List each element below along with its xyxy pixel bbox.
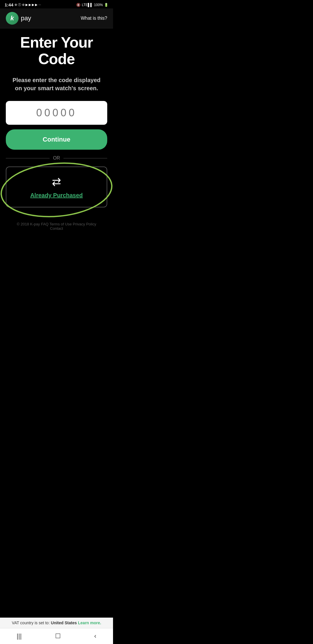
status-bar: 1:44 ⊕ ⓕ ⊛ ▶ ▶ ▶ ▶ ··· 🔇 LTE▌▌ 100% 🔋	[0, 0, 113, 8]
subtitle-text: Please enter the code displayed on your …	[6, 76, 107, 92]
divider-left	[6, 158, 50, 158]
continue-button[interactable]: Continue	[6, 129, 107, 150]
signal-icon: LTE▌▌	[82, 3, 93, 7]
status-left: 1:44 ⊕ ⓕ ⊛ ▶ ▶ ▶ ▶ ···	[5, 2, 41, 7]
logo-area: k pay	[6, 12, 31, 25]
main-content: Enter Your Code Please enter the code di…	[0, 28, 113, 618]
status-right: 🔇 LTE▌▌ 100% 🔋	[76, 3, 108, 7]
mute-icon: 🔇	[76, 3, 81, 7]
nav-home-button[interactable]: ☐	[55, 632, 61, 640]
or-text: OR	[53, 155, 60, 161]
vat-country: United States	[51, 621, 77, 625]
what-is-this-link[interactable]: What is this?	[81, 16, 107, 21]
divider-right	[63, 158, 107, 158]
battery-text: 100%	[94, 3, 103, 7]
battery-icon: 🔋	[104, 3, 108, 7]
already-purchased-box[interactable]: ⇄ Already Purchased	[6, 167, 107, 207]
vat-prefix: VAT country is set to:	[12, 621, 50, 625]
app-header: k pay What is this?	[0, 8, 113, 28]
vat-bar: VAT country is set to: United States Lea…	[0, 618, 113, 628]
nav-bar: ||| ☐ ‹	[0, 628, 113, 644]
footer-area: © 2018 K-pay FAQ Terms of Use Privacy Po…	[6, 219, 107, 232]
status-time: 1:44	[5, 2, 13, 7]
status-app-icons: ⊕ ⓕ ⊛ ▶ ▶ ▶ ▶ ···	[14, 3, 41, 7]
footer-copyright: © 2018 K-pay FAQ Terms of Use Privacy Po…	[12, 222, 101, 231]
vat-learn-more-link[interactable]: Learn more.	[78, 621, 101, 625]
page-title: Enter Your Code	[20, 34, 93, 67]
or-divider: OR	[6, 155, 107, 161]
refresh-icon: ⇄	[52, 175, 61, 188]
code-input[interactable]	[12, 107, 101, 119]
already-purchased-text[interactable]: Already Purchased	[30, 192, 83, 199]
logo-icon: k	[6, 12, 19, 25]
code-input-wrapper[interactable]	[6, 101, 107, 125]
logo-name: pay	[21, 15, 31, 22]
nav-back-button[interactable]: ‹	[94, 632, 96, 640]
nav-menu-button[interactable]: |||	[17, 632, 22, 640]
